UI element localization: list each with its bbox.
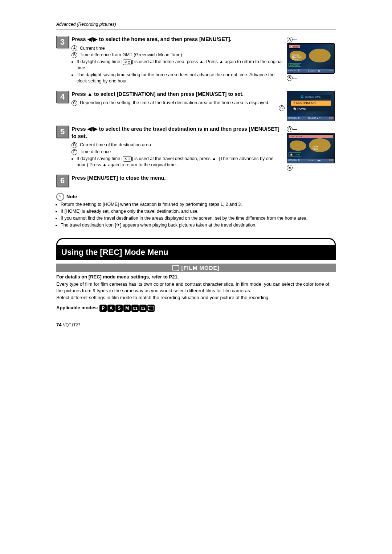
note-bullet-2: If [HOME] is already set, change only th…	[61, 208, 336, 215]
section-title: Using the [REC] Mode Menu	[56, 245, 336, 260]
pointer-c: C	[279, 105, 285, 111]
time-offset: 🏠 +14:00	[289, 152, 301, 156]
pointer-b: B	[287, 75, 293, 81]
step-4-body: Press ▲ to select [DESTINATION] and then…	[72, 91, 284, 107]
step-6-title: Press [MENU/SET] to close the menu.	[72, 175, 336, 182]
step-5-title: Press ◀/▶ to select the area the travel …	[72, 126, 284, 140]
callout-label-b: B	[72, 52, 77, 58]
gmt-offset: GMT-5:00	[289, 63, 301, 67]
mode-film-icon	[147, 305, 155, 312]
page-footer: 74VQT1T27	[56, 322, 336, 327]
step-3-row: 3 Press ◀/▶ to select the home area, and…	[56, 36, 336, 91]
step-3-text: A Current time B Time difference from GM…	[72, 45, 284, 84]
note-bullets: Return the setting to [HOME] when the va…	[56, 201, 336, 228]
world-time-map-screen-2: 10:00 ✈ 0:00 Seoul Tokyo 🏠 +14:00 CANCEL…	[287, 133, 335, 163]
screen-bottom-bar: CANCEL 🗑 SELECT ▲▼ SET	[287, 117, 334, 121]
rec-mode-section: Using the [REC] Mode Menu [FILM MODE] Fo…	[56, 238, 336, 312]
note-bullet-1: Return the setting to [HOME] when the va…	[61, 201, 336, 208]
pointer-d: D	[287, 126, 293, 132]
note-icon: ✎	[56, 193, 64, 201]
screen-bottom-bar: CANCEL 🗑 SELECT ◀▶ SET	[287, 159, 334, 163]
step-4-row: 4 Press ▲ to select [DESTINATION] and th…	[56, 91, 336, 113]
step-number-4: 4	[56, 91, 69, 103]
step-5-text: D Current time of the destination area E…	[72, 142, 284, 168]
step-4: 4 Press ▲ to select [DESTINATION] and th…	[56, 91, 284, 107]
menu-title: 🌐 WORLD TIME	[291, 95, 331, 99]
step-5-row: 5 Press ◀/▶ to select the area the trave…	[56, 126, 336, 175]
note-header: ✎ Note	[56, 193, 336, 201]
pointer-e: E	[287, 165, 293, 171]
screen-time-tab: 🏠 10:00	[289, 45, 300, 49]
dst-icon: ☀⊙	[123, 156, 132, 162]
step-3-bullet-2: The daylight saving time setting for the…	[77, 72, 284, 84]
callout-label-c: C	[72, 100, 77, 106]
step-number-5: 5	[56, 126, 69, 138]
menu-item-destination: ✈ DESTINATION	[291, 101, 331, 106]
city-names: Seoul Tokyo	[313, 146, 318, 150]
manual-code: VQT1T27	[63, 323, 80, 327]
menu-item-home: 🏠 HOME	[291, 106, 331, 111]
film-mode-desc-1: Every type of film for film cameras has …	[56, 281, 336, 294]
mode-m-icon: M	[123, 305, 131, 312]
callout-label-d: D	[72, 142, 77, 148]
step-3-title: Press ◀/▶ to select the home area, and t…	[72, 36, 284, 43]
film-icon	[172, 265, 179, 270]
travel-dest-icon: ✈	[116, 223, 120, 228]
mode-a-icon: A	[107, 305, 115, 312]
step-6-body: Press [MENU/SET] to close the menu.	[72, 175, 336, 184]
section-header: Advanced (Recording pictures)	[56, 22, 336, 27]
step-4-screenshot-block: 🌐 WORLD TIME ✈ DESTINATION 🏠 HOME CANCEL…	[287, 91, 336, 112]
mode-s-icon: S	[115, 305, 123, 312]
film-mode-ref: For details on [REC] mode menu settings,…	[56, 274, 336, 280]
page-number: 74	[56, 322, 61, 327]
mode-c1-icon: C1	[131, 305, 139, 312]
city-names: Toronto New York Miami	[292, 54, 301, 60]
note-label: Note	[66, 194, 77, 199]
step-3-bullet-1: If daylight saving time [☀⊙] is used at …	[77, 59, 284, 71]
world-time-map-screen-1: 🏠 10:00 Toronto New York Miami GMT-5:00 …	[287, 43, 335, 74]
applicable-modes-row: Applicable modes: P A S M C1 C2	[56, 305, 336, 312]
film-mode-header: [FILM MODE]	[56, 264, 336, 272]
step-4-text: C Depending on the setting, the time at …	[72, 100, 284, 106]
applicable-label: Applicable modes:	[56, 305, 98, 310]
step-3: 3 Press ◀/▶ to select the home area, and…	[56, 36, 284, 85]
step-number-6: 6	[56, 175, 69, 187]
step-6: 6 Press [MENU/SET] to close the menu.	[56, 175, 336, 187]
step-5: 5 Press ◀/▶ to select the area the trave…	[56, 126, 284, 169]
callout-label-a: A	[72, 45, 77, 51]
step-3-body: Press ◀/▶ to select the home area, and t…	[72, 36, 284, 85]
mode-p-icon: P	[99, 305, 107, 312]
step-5-screenshot-block: D 10:00 ✈ 0:00 Seoul Tokyo 🏠 +14:00 CANC…	[287, 126, 336, 171]
note-bullet-4: The travel destination icon [✈] appears …	[61, 222, 336, 228]
frame-top	[56, 238, 336, 245]
manual-page: Advanced (Recording pictures) 3 Press ◀/…	[56, 0, 336, 342]
film-mode-desc-2: Select different settings in film mode t…	[56, 294, 336, 301]
world-time-menu-screen: 🌐 WORLD TIME ✈ DESTINATION 🏠 HOME CANCEL…	[287, 91, 335, 121]
callout-label-e: E	[72, 149, 77, 155]
step-number-3: 3	[56, 36, 69, 48]
step-5-bullet: If daylight saving time [☀⊙] is used at …	[77, 156, 284, 168]
screen-time-tab: 10:00 ✈ 0:00	[288, 134, 333, 138]
mode-icons: P A S M C1 C2	[99, 305, 155, 312]
screen-bottom-bar: CANCEL 🗑 SELECT ◀▶ SET	[287, 69, 334, 73]
step-4-title: Press ▲ to select [DESTINATION] and then…	[72, 91, 284, 98]
pointer-a: A	[287, 37, 293, 42]
step-5-body: Press ◀/▶ to select the area the travel …	[72, 126, 284, 169]
dst-icon: ☀⊙	[123, 60, 132, 65]
header-rule	[56, 29, 336, 29]
step-3-screenshot-block: A 🏠 10:00 Toronto New York Miami GMT-5:0…	[287, 36, 336, 82]
mode-c2-icon: C2	[139, 305, 147, 312]
note-bullet-3: If you cannot find the travel destinatio…	[61, 215, 336, 221]
